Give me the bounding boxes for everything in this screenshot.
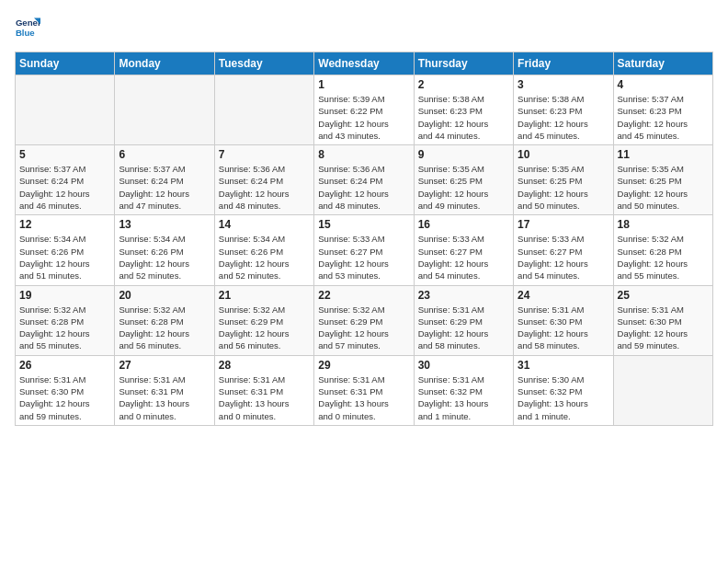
day-info: Sunrise: 5:35 AM Sunset: 6:25 PM Dayligh…	[418, 163, 509, 212]
day-info: Sunrise: 5:31 AM Sunset: 6:31 PM Dayligh…	[318, 373, 409, 422]
header-cell-tuesday: Tuesday	[214, 52, 313, 75]
calendar-cell: 18Sunrise: 5:32 AM Sunset: 6:28 PM Dayli…	[613, 215, 712, 285]
day-info: Sunrise: 5:36 AM Sunset: 6:24 PM Dayligh…	[219, 163, 310, 212]
week-row-5: 26Sunrise: 5:31 AM Sunset: 6:30 PM Dayli…	[16, 355, 713, 425]
day-number: 26	[19, 359, 110, 372]
day-number: 5	[19, 148, 110, 161]
day-number: 12	[19, 218, 110, 231]
header-row: SundayMondayTuesdayWednesdayThursdayFrid…	[16, 52, 713, 75]
header-cell-monday: Monday	[115, 52, 214, 75]
day-info: Sunrise: 5:32 AM Sunset: 6:29 PM Dayligh…	[219, 304, 310, 352]
day-info: Sunrise: 5:37 AM Sunset: 6:24 PM Dayligh…	[119, 163, 210, 212]
calendar-cell: 27Sunrise: 5:31 AM Sunset: 6:31 PM Dayli…	[115, 355, 214, 425]
day-info: Sunrise: 5:30 AM Sunset: 6:32 PM Dayligh…	[518, 373, 609, 422]
header-cell-friday: Friday	[514, 52, 613, 75]
calendar-cell: 28Sunrise: 5:31 AM Sunset: 6:31 PM Dayli…	[214, 355, 313, 425]
day-number: 13	[119, 218, 210, 231]
calendar-cell: 11Sunrise: 5:35 AM Sunset: 6:25 PM Dayli…	[613, 145, 712, 215]
calendar-cell: 15Sunrise: 5:33 AM Sunset: 6:27 PM Dayli…	[314, 215, 414, 285]
day-info: Sunrise: 5:39 AM Sunset: 6:22 PM Dayligh…	[318, 93, 409, 142]
day-info: Sunrise: 5:31 AM Sunset: 6:29 PM Dayligh…	[418, 304, 509, 352]
calendar-cell: 24Sunrise: 5:31 AM Sunset: 6:30 PM Dayli…	[514, 285, 613, 355]
day-number: 23	[418, 289, 509, 302]
day-info: Sunrise: 5:31 AM Sunset: 6:31 PM Dayligh…	[119, 373, 210, 422]
calendar-cell	[613, 355, 712, 425]
day-number: 11	[618, 148, 709, 161]
calendar-cell: 29Sunrise: 5:31 AM Sunset: 6:31 PM Dayli…	[314, 355, 414, 425]
day-info: Sunrise: 5:32 AM Sunset: 6:28 PM Dayligh…	[19, 304, 110, 352]
day-number: 14	[219, 218, 310, 231]
week-row-1: 1Sunrise: 5:39 AM Sunset: 6:22 PM Daylig…	[16, 75, 713, 145]
calendar-cell: 20Sunrise: 5:32 AM Sunset: 6:28 PM Dayli…	[115, 285, 214, 355]
calendar-cell	[16, 75, 115, 145]
day-info: Sunrise: 5:37 AM Sunset: 6:23 PM Dayligh…	[618, 93, 709, 142]
calendar-cell: 23Sunrise: 5:31 AM Sunset: 6:29 PM Dayli…	[414, 285, 513, 355]
calendar-cell: 5Sunrise: 5:37 AM Sunset: 6:24 PM Daylig…	[16, 145, 115, 215]
header-cell-sunday: Sunday	[16, 52, 115, 75]
week-row-3: 12Sunrise: 5:34 AM Sunset: 6:26 PM Dayli…	[16, 215, 713, 285]
page-header: General Blue	[15, 15, 713, 40]
day-number: 18	[618, 218, 709, 231]
day-number: 1	[318, 78, 409, 91]
calendar-cell: 14Sunrise: 5:34 AM Sunset: 6:26 PM Dayli…	[214, 215, 313, 285]
calendar-cell: 8Sunrise: 5:36 AM Sunset: 6:24 PM Daylig…	[314, 145, 414, 215]
calendar-cell: 21Sunrise: 5:32 AM Sunset: 6:29 PM Dayli…	[214, 285, 313, 355]
calendar-cell: 19Sunrise: 5:32 AM Sunset: 6:28 PM Dayli…	[16, 285, 115, 355]
day-number: 4	[618, 78, 709, 91]
day-info: Sunrise: 5:33 AM Sunset: 6:27 PM Dayligh…	[518, 233, 609, 282]
calendar-cell	[214, 75, 313, 145]
day-info: Sunrise: 5:31 AM Sunset: 6:30 PM Dayligh…	[518, 304, 609, 352]
day-number: 27	[119, 359, 210, 372]
day-info: Sunrise: 5:31 AM Sunset: 6:30 PM Dayligh…	[618, 304, 709, 352]
day-number: 10	[518, 148, 609, 161]
calendar-cell: 4Sunrise: 5:37 AM Sunset: 6:23 PM Daylig…	[613, 75, 712, 145]
calendar-cell: 25Sunrise: 5:31 AM Sunset: 6:30 PM Dayli…	[613, 285, 712, 355]
day-number: 20	[119, 289, 210, 302]
day-number: 30	[418, 359, 509, 372]
day-info: Sunrise: 5:34 AM Sunset: 6:26 PM Dayligh…	[219, 233, 310, 282]
calendar-cell: 16Sunrise: 5:33 AM Sunset: 6:27 PM Dayli…	[414, 215, 513, 285]
day-number: 3	[518, 78, 609, 91]
day-info: Sunrise: 5:36 AM Sunset: 6:24 PM Dayligh…	[318, 163, 409, 212]
day-info: Sunrise: 5:35 AM Sunset: 6:25 PM Dayligh…	[618, 163, 709, 212]
day-info: Sunrise: 5:32 AM Sunset: 6:29 PM Dayligh…	[318, 304, 409, 352]
calendar-cell: 13Sunrise: 5:34 AM Sunset: 6:26 PM Dayli…	[115, 215, 214, 285]
day-info: Sunrise: 5:31 AM Sunset: 6:32 PM Dayligh…	[418, 373, 509, 422]
day-info: Sunrise: 5:38 AM Sunset: 6:23 PM Dayligh…	[518, 93, 609, 142]
calendar-cell: 2Sunrise: 5:38 AM Sunset: 6:23 PM Daylig…	[414, 75, 513, 145]
day-number: 17	[518, 218, 609, 231]
day-info: Sunrise: 5:33 AM Sunset: 6:27 PM Dayligh…	[318, 233, 409, 282]
day-info: Sunrise: 5:38 AM Sunset: 6:23 PM Dayligh…	[418, 93, 509, 142]
calendar-cell: 9Sunrise: 5:35 AM Sunset: 6:25 PM Daylig…	[414, 145, 513, 215]
calendar-cell: 22Sunrise: 5:32 AM Sunset: 6:29 PM Dayli…	[314, 285, 414, 355]
day-info: Sunrise: 5:35 AM Sunset: 6:25 PM Dayligh…	[518, 163, 609, 212]
day-info: Sunrise: 5:34 AM Sunset: 6:26 PM Dayligh…	[19, 233, 110, 282]
day-number: 31	[518, 359, 609, 372]
day-info: Sunrise: 5:33 AM Sunset: 6:27 PM Dayligh…	[418, 233, 509, 282]
calendar-cell: 3Sunrise: 5:38 AM Sunset: 6:23 PM Daylig…	[514, 75, 613, 145]
day-number: 6	[119, 148, 210, 161]
day-info: Sunrise: 5:32 AM Sunset: 6:28 PM Dayligh…	[119, 304, 210, 352]
day-info: Sunrise: 5:32 AM Sunset: 6:28 PM Dayligh…	[618, 233, 709, 282]
day-number: 9	[418, 148, 509, 161]
header-cell-thursday: Thursday	[414, 52, 513, 75]
day-info: Sunrise: 5:37 AM Sunset: 6:24 PM Dayligh…	[19, 163, 110, 212]
calendar-body: 1Sunrise: 5:39 AM Sunset: 6:22 PM Daylig…	[16, 75, 713, 426]
day-number: 16	[418, 218, 509, 231]
calendar-cell: 7Sunrise: 5:36 AM Sunset: 6:24 PM Daylig…	[214, 145, 313, 215]
calendar-cell: 31Sunrise: 5:30 AM Sunset: 6:32 PM Dayli…	[514, 355, 613, 425]
calendar-cell: 10Sunrise: 5:35 AM Sunset: 6:25 PM Dayli…	[514, 145, 613, 215]
calendar-cell: 12Sunrise: 5:34 AM Sunset: 6:26 PM Dayli…	[16, 215, 115, 285]
logo: General Blue	[15, 15, 44, 40]
calendar-table: SundayMondayTuesdayWednesdayThursdayFrid…	[15, 52, 713, 426]
day-number: 22	[318, 289, 409, 302]
week-row-4: 19Sunrise: 5:32 AM Sunset: 6:28 PM Dayli…	[16, 285, 713, 355]
calendar-cell	[115, 75, 214, 145]
calendar-cell: 26Sunrise: 5:31 AM Sunset: 6:30 PM Dayli…	[16, 355, 115, 425]
day-number: 2	[418, 78, 509, 91]
logo-icon: General Blue	[15, 15, 40, 40]
day-info: Sunrise: 5:34 AM Sunset: 6:26 PM Dayligh…	[119, 233, 210, 282]
calendar-cell: 6Sunrise: 5:37 AM Sunset: 6:24 PM Daylig…	[115, 145, 214, 215]
day-number: 19	[19, 289, 110, 302]
day-info: Sunrise: 5:31 AM Sunset: 6:31 PM Dayligh…	[219, 373, 310, 422]
